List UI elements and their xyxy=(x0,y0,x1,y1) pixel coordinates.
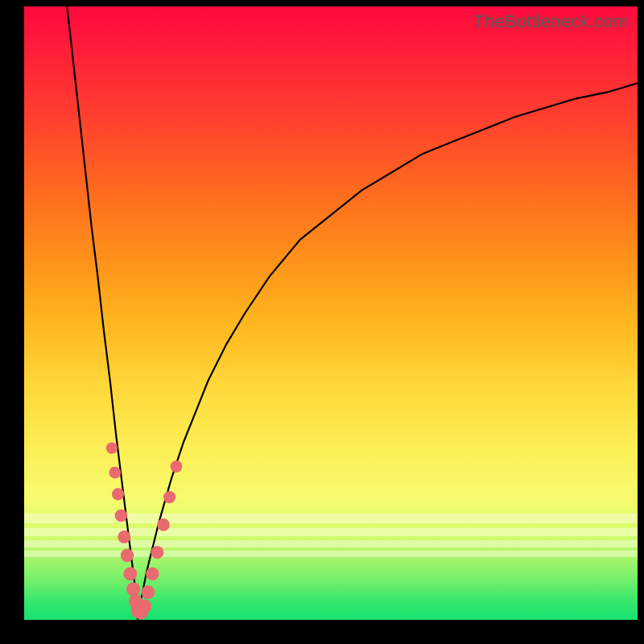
dot xyxy=(115,510,128,522)
dot xyxy=(118,530,130,543)
bottleneck-curve xyxy=(67,6,638,620)
dot xyxy=(163,491,175,503)
dot xyxy=(146,568,159,580)
dot xyxy=(138,600,151,613)
chart-overlay xyxy=(24,6,638,620)
highlight-dots xyxy=(106,442,183,619)
dot xyxy=(123,568,137,581)
dot xyxy=(151,546,163,559)
dot xyxy=(109,467,121,479)
dot xyxy=(121,549,134,562)
dot xyxy=(157,518,170,531)
dot xyxy=(106,442,118,453)
dot xyxy=(126,582,140,596)
plot-area: TheBottleneck.com xyxy=(24,6,638,620)
dot xyxy=(142,585,155,599)
chart-frame: TheBottleneck.com xyxy=(0,0,644,644)
dot xyxy=(171,460,183,473)
dot xyxy=(112,488,124,500)
